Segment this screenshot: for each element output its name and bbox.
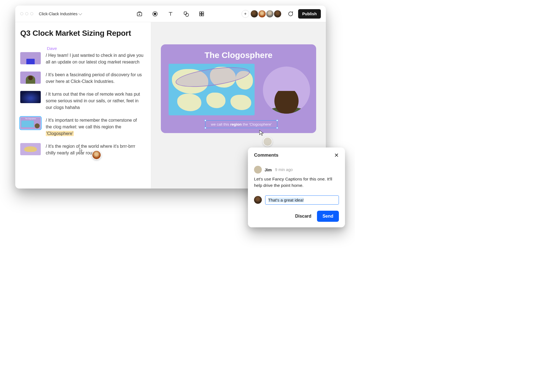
project-name: Click-Clack Industries xyxy=(39,12,77,16)
segment-text-1[interactable]: / Hey team! I just wanted to check in an… xyxy=(46,52,144,65)
project-dropdown[interactable]: Click-Clack Industries xyxy=(39,12,82,16)
comments-heading: Comments xyxy=(254,152,278,158)
segment-text-4[interactable]: / It's important to remember the corners… xyxy=(46,117,144,137)
topbar-right: + Publish xyxy=(242,9,321,19)
segment-row-2: / It's been a fascinating period of disc… xyxy=(20,72,144,85)
segment-text-2[interactable]: / It's been a fascinating period of disc… xyxy=(46,72,144,85)
add-collaborator-button[interactable]: + xyxy=(242,10,249,18)
segment-thumbnail-3[interactable] xyxy=(20,91,41,103)
shape-tool-icon[interactable] xyxy=(183,11,189,17)
svg-point-4 xyxy=(186,13,189,16)
transcript-pane: Q3 Clock Market Sizing Report Dave / Hey… xyxy=(15,22,151,189)
grid-tool-icon[interactable] xyxy=(199,11,205,17)
collaborator-cursor-avatar xyxy=(263,137,272,146)
author-name[interactable]: Dave xyxy=(47,46,144,51)
document-title: Q3 Clock Market Sizing Report xyxy=(20,29,144,38)
segment-thumbnail-1[interactable] xyxy=(20,52,41,64)
traffic-light-zoom[interactable] xyxy=(30,12,33,15)
comment-author-avatar xyxy=(254,166,262,174)
comment-actions: Discard Send xyxy=(254,211,339,222)
traffic-light-close[interactable] xyxy=(20,12,23,15)
window-controls xyxy=(20,12,33,15)
svg-rect-8 xyxy=(202,14,204,16)
comment-author-name: Jim xyxy=(265,167,272,172)
svg-rect-3 xyxy=(184,12,187,14)
reply-input[interactable]: That's a great idea! xyxy=(265,195,339,205)
top-bar: Click-Clack Industries xyxy=(15,6,326,22)
segment-row-4: The Clogosphere / It's important to reme… xyxy=(20,117,144,137)
segment-text-3[interactable]: / It turns out that the rise of remote w… xyxy=(46,91,144,111)
toolbar xyxy=(136,6,205,22)
cursor-icon xyxy=(79,147,83,152)
comment-meta: Jim 9 min ago xyxy=(254,166,339,174)
comment-timestamp: 9 min ago xyxy=(275,167,293,172)
segment-thumbnail-5[interactable] xyxy=(20,143,41,155)
record-tool-icon[interactable] xyxy=(152,11,158,17)
traffic-light-minimize[interactable] xyxy=(25,12,28,15)
reply-row: That's a great idea! xyxy=(254,195,339,205)
comment-body: Let's use Fancy Captions for this one. I… xyxy=(254,176,339,189)
resize-handle-tr[interactable] xyxy=(276,119,278,121)
slides-tool-icon[interactable] xyxy=(136,11,143,17)
comments-icon[interactable] xyxy=(286,10,294,18)
cursor-icon xyxy=(259,130,264,136)
segment-row-3: / It turns out that the rise of remote w… xyxy=(20,91,144,111)
comments-header: Comments ✕ xyxy=(254,152,339,158)
svg-rect-7 xyxy=(200,14,201,16)
caption-selection[interactable]: we call this region the 'Clogosphere' xyxy=(205,120,277,128)
chevron-down-icon xyxy=(79,12,82,15)
svg-rect-6 xyxy=(202,12,204,14)
collaborator-avatar-3[interactable] xyxy=(266,10,274,18)
slide-title[interactable]: The Clogosphere xyxy=(169,50,308,60)
publish-button[interactable]: Publish xyxy=(298,9,321,19)
segment-thumbnail-4[interactable]: The Clogosphere xyxy=(20,117,41,129)
comments-panel: Comments ✕ Jim 9 min ago Let's use Fancy… xyxy=(248,147,345,227)
collaborator-cursor-avatar xyxy=(92,150,101,160)
svg-rect-5 xyxy=(200,12,201,14)
collaborator-avatar-4[interactable] xyxy=(274,10,281,18)
text-tool-icon[interactable] xyxy=(168,11,174,17)
close-icon[interactable]: ✕ xyxy=(334,152,339,158)
resize-handle-tl[interactable] xyxy=(204,119,206,121)
svg-point-2 xyxy=(154,13,156,15)
segment-thumbnail-2[interactable] xyxy=(20,72,41,84)
segment-row-1: / Hey team! I just wanted to check in an… xyxy=(20,52,144,65)
send-button[interactable]: Send xyxy=(317,211,339,222)
collaborator-avatar-1[interactable] xyxy=(250,10,258,18)
collaborator-avatar-2[interactable] xyxy=(258,10,266,18)
discard-button[interactable]: Discard xyxy=(293,211,314,222)
caption-text: we call this region the 'Clogosphere' xyxy=(211,122,272,126)
resize-handle-bl[interactable] xyxy=(204,127,206,129)
slide-preview[interactable]: The Clogosphere w xyxy=(161,44,316,133)
resize-handle-br[interactable] xyxy=(276,127,278,129)
slide-map[interactable] xyxy=(169,64,255,115)
highlighted-text[interactable]: 'Clogosphere' xyxy=(46,131,74,136)
reply-avatar xyxy=(254,196,262,204)
presenter-video[interactable] xyxy=(263,67,310,114)
